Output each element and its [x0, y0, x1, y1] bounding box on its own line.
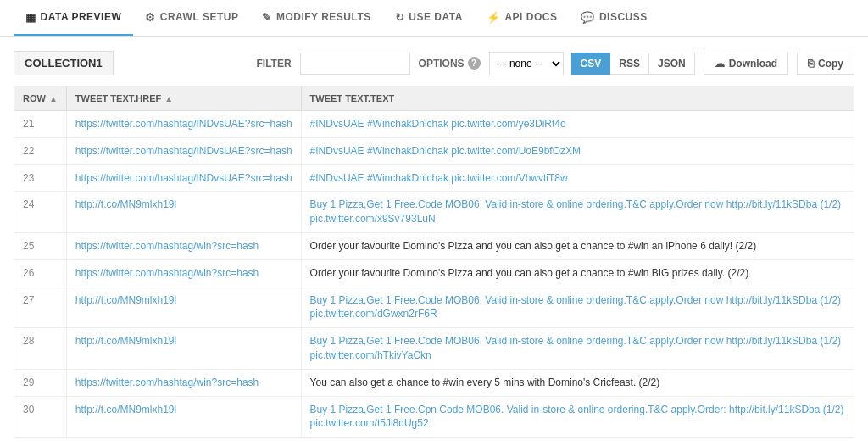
cell-href[interactable]: http://t.co/MN9mlxh19l	[66, 287, 301, 328]
cell-text: #INDvsUAE #WinchakDnichak pic.twitter.co…	[301, 164, 854, 192]
href-link[interactable]: https://twitter.com/hashtag/INDvsUAE?src…	[75, 171, 292, 186]
row-number: 24	[14, 192, 67, 233]
copy-button[interactable]: ⎘ Copy	[797, 53, 854, 75]
href-link[interactable]: https://twitter.com/hashtag/win?src=hash	[75, 266, 292, 281]
cell-href[interactable]: http://t.co/MN9mlxh19l	[66, 192, 301, 233]
format-btn-csv[interactable]: CSV	[571, 53, 611, 75]
cell-text: Order your favourite Domino's Pizza and …	[301, 259, 854, 287]
download-icon: ☁	[715, 58, 725, 70]
cell-href[interactable]: https://twitter.com/hashtag/INDvsUAE?src…	[66, 137, 301, 164]
api-docs-icon: ⚡	[487, 11, 501, 24]
row-number: 23	[14, 164, 67, 192]
row-number: 28	[14, 328, 67, 370]
api-docs-label: API DOCS	[504, 11, 557, 23]
cell-text: Order your favourite Domino's Pizza and …	[301, 232, 854, 259]
format-btn-json[interactable]: JSON	[648, 53, 695, 75]
options-label: OPTIONS ?	[419, 57, 481, 70]
table-row: 30http://t.co/MN9mlxh19lBuy 1 Pizza,Get …	[14, 396, 854, 438]
none-select[interactable]: -- none --	[489, 52, 564, 75]
row-number: 29	[14, 369, 67, 396]
cell-text: Buy 1 Pizza,Get 1 Free.Code MOB06. Valid…	[301, 328, 854, 370]
data-preview-icon: ▦	[25, 11, 36, 24]
options-help-icon[interactable]: ?	[468, 57, 481, 70]
col-header-text: TWEET TEXT.TEXT	[301, 86, 854, 111]
sort-icon: ▲	[49, 94, 58, 103]
filter-input[interactable]	[300, 53, 410, 75]
cell-text: #INDvsUAE #WinchakDnichak pic.twitter.co…	[301, 111, 854, 138]
href-link[interactable]: http://t.co/MN9mlxh19l	[75, 198, 292, 212]
filter-label: FILTER	[256, 58, 291, 70]
row-number: 22	[14, 137, 67, 164]
format-btn-rss[interactable]: RSS	[609, 53, 649, 75]
table-body: 21https://twitter.com/hashtag/INDvsUAE?s…	[14, 111, 854, 438]
cell-text: You can also get a chance to #win every …	[301, 369, 854, 396]
modify-results-icon: ✎	[262, 11, 272, 24]
row-number: 30	[14, 396, 67, 438]
col-header-row[interactable]: ROW▲	[14, 86, 67, 111]
sort-icon: ▲	[164, 94, 173, 103]
format-buttons: CSVRSSJSON	[572, 53, 695, 75]
href-link[interactable]: http://t.co/MN9mlxh19l	[75, 403, 292, 417]
cell-href[interactable]: http://t.co/MN9mlxh19l	[66, 328, 301, 370]
collection-title: COLLECTION1	[14, 51, 114, 75]
nav-item-discuss[interactable]: 💬DISCUSS	[569, 0, 659, 36]
table-row: 23https://twitter.com/hashtag/INDvsUAE?s…	[14, 164, 854, 192]
href-link[interactable]: https://twitter.com/hashtag/INDvsUAE?src…	[75, 117, 292, 131]
nav-item-use-data[interactable]: ↻USE DATA	[383, 0, 475, 36]
header-row: ROW▲TWEET TEXT.HREF▲TWEET TEXT.TEXT	[14, 86, 854, 111]
row-number: 26	[14, 259, 67, 287]
table-row: 29https://twitter.com/hashtag/win?src=ha…	[14, 369, 854, 396]
nav-item-api-docs[interactable]: ⚡API DOCS	[475, 0, 570, 36]
data-preview-label: DATA PREVIEW	[41, 11, 122, 23]
href-link[interactable]: https://twitter.com/hashtag/INDvsUAE?src…	[75, 144, 292, 159]
cell-href[interactable]: https://twitter.com/hashtag/INDvsUAE?src…	[66, 111, 301, 138]
use-data-icon: ↻	[395, 11, 405, 24]
cell-href[interactable]: https://twitter.com/hashtag/win?src=hash	[66, 259, 301, 287]
href-link[interactable]: http://t.co/MN9mlxh19l	[75, 334, 292, 348]
row-number: 25	[14, 232, 67, 259]
crawl-setup-icon: ⚙	[145, 11, 156, 24]
table-row: 24http://t.co/MN9mlxh19lBuy 1 Pizza,Get …	[14, 192, 854, 233]
nav-item-modify-results[interactable]: ✎MODIFY RESULTS	[250, 0, 382, 36]
cell-text: #INDvsUAE #WinchakDnichak pic.twitter.co…	[301, 137, 854, 164]
copy-icon: ⎘	[808, 58, 814, 70]
discuss-label: DISCUSS	[599, 11, 648, 23]
discuss-icon: 💬	[581, 11, 595, 24]
download-button[interactable]: ☁ Download	[704, 53, 788, 75]
row-number: 21	[14, 111, 67, 138]
cell-text: Buy 1 Pizza,Get 1 Free.Code MOB06. Valid…	[301, 287, 854, 328]
col-header-href[interactable]: TWEET TEXT.HREF▲	[66, 86, 301, 111]
table-row: 22https://twitter.com/hashtag/INDvsUAE?s…	[14, 137, 854, 164]
use-data-label: USE DATA	[409, 11, 463, 23]
data-table: ROW▲TWEET TEXT.HREF▲TWEET TEXT.TEXT 21ht…	[14, 86, 854, 438]
table-row: 28http://t.co/MN9mlxh19lBuy 1 Pizza,Get …	[14, 328, 854, 370]
table-header: ROW▲TWEET TEXT.HREF▲TWEET TEXT.TEXT	[14, 86, 854, 111]
cell-href[interactable]: https://twitter.com/hashtag/win?src=hash	[66, 232, 301, 259]
cell-text: Buy 1 Pizza,Get 1 Free.Code MOB06. Valid…	[301, 192, 854, 233]
href-link[interactable]: http://t.co/MN9mlxh19l	[75, 293, 292, 308]
cell-text: Buy 1 Pizza,Get 1 Free.Cpn Code MOB06. V…	[301, 396, 854, 438]
href-link[interactable]: https://twitter.com/hashtag/win?src=hash	[75, 239, 292, 254]
modify-results-label: MODIFY RESULTS	[276, 11, 371, 23]
table-row: 25https://twitter.com/hashtag/win?src=ha…	[14, 232, 854, 259]
cell-href[interactable]: https://twitter.com/hashtag/INDvsUAE?src…	[66, 164, 301, 192]
table-row: 26https://twitter.com/hashtag/win?src=ha…	[14, 259, 854, 287]
cell-href[interactable]: https://twitter.com/hashtag/win?src=hash	[66, 369, 301, 396]
nav-item-crawl-setup[interactable]: ⚙CRAWL SETUP	[133, 0, 250, 36]
toolbar: COLLECTION1 FILTER OPTIONS ? -- none -- …	[14, 51, 854, 75]
table-row: 21https://twitter.com/hashtag/INDvsUAE?s…	[14, 111, 854, 138]
href-link[interactable]: https://twitter.com/hashtag/win?src=hash	[75, 376, 292, 390]
row-number: 27	[14, 287, 67, 328]
table-row: 27http://t.co/MN9mlxh19lBuy 1 Pizza,Get …	[14, 287, 854, 328]
top-nav: ▦DATA PREVIEW⚙CRAWL SETUP✎MODIFY RESULTS…	[0, 0, 868, 37]
nav-item-data-preview[interactable]: ▦DATA PREVIEW	[14, 0, 133, 36]
cell-href[interactable]: http://t.co/MN9mlxh19l	[66, 396, 301, 438]
crawl-setup-label: CRAWL SETUP	[160, 11, 239, 23]
main-content: COLLECTION1 FILTER OPTIONS ? -- none -- …	[0, 37, 868, 446]
